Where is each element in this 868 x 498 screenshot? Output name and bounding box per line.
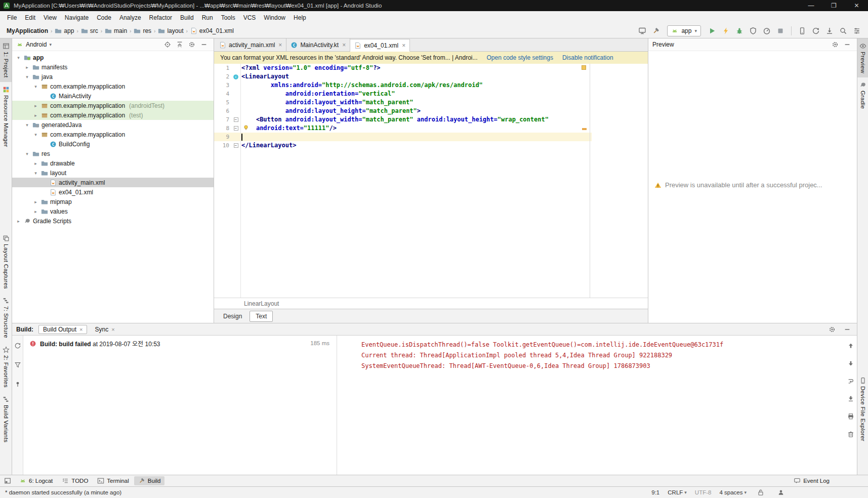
encoding-widget[interactable]: UTF-8 (695, 489, 712, 495)
tree-item-ex04-01-xml[interactable]: ex04_01.xml (12, 187, 214, 197)
tree-item-buildconfig[interactable]: CBuildConfig (12, 139, 214, 149)
menu-edit[interactable]: Edit (21, 13, 39, 23)
code-line-6[interactable]: 6 android:layout_height="match_parent"> (214, 107, 592, 115)
line-separator-widget[interactable]: CRLF▾ (668, 489, 687, 495)
chevron-right-icon[interactable]: ▸ (24, 65, 30, 70)
tree-item-com-example-myapplication[interactable]: ▾com.example.myapplication (12, 81, 214, 91)
chevron-down-icon[interactable]: ▾ (15, 55, 22, 60)
disable-notification-link[interactable]: Disable notification (562, 54, 613, 61)
menu-navigate[interactable]: Navigate (61, 13, 93, 23)
gear-icon[interactable] (830, 39, 841, 50)
build-hammer-icon[interactable] (650, 25, 662, 37)
close-icon[interactable]: × (402, 42, 405, 49)
menu-window[interactable]: Window (260, 13, 290, 23)
tool-button-2-favorites[interactable]: 2: Favorites (0, 342, 12, 392)
tool-button-preview[interactable]: Preview (857, 38, 868, 77)
soft-wrap-icon[interactable] (845, 375, 857, 387)
status-message[interactable]: * daemon started successfully (a minute … (5, 489, 121, 495)
close-icon[interactable]: × (111, 326, 114, 333)
mode-tab-design[interactable]: Design (217, 311, 248, 322)
breadcrumb-main[interactable]: main (103, 26, 129, 35)
project-structure-icon[interactable] (851, 25, 863, 37)
coverage-icon[interactable] (747, 25, 759, 37)
tree-item-mipmap[interactable]: ▸mipmap (12, 197, 214, 206)
clear-icon[interactable] (845, 428, 857, 440)
close-icon[interactable]: × (278, 42, 282, 49)
tool-button-terminal[interactable]: Terminal (93, 476, 133, 485)
tool-button-layout-captures[interactable]: Layout Captures (0, 231, 12, 293)
build-tab-sync[interactable]: Sync× (90, 325, 119, 334)
code-editor[interactable]: 1<?xml version="1.0" encoding="utf-8"?>2… (214, 64, 648, 298)
hector-icon[interactable] (775, 486, 787, 498)
minimize-button[interactable]: — (800, 0, 822, 11)
code-line-3[interactable]: 3 xmlns:android="http://schemas.android.… (214, 81, 592, 90)
menu-view[interactable]: View (39, 13, 61, 23)
breadcrumb-ex04-01-xml[interactable]: ex04_01.xml (189, 26, 235, 35)
code-line-8[interactable]: 8− android:text="11111"/> (214, 124, 592, 133)
collapse-all-icon[interactable] (174, 39, 185, 50)
chevron-down-icon[interactable]: ▾ (24, 74, 30, 79)
layout-inspector-icon[interactable] (636, 25, 648, 37)
code-line-1[interactable]: 1<?xml version="1.0" encoding="utf-8"?> (214, 64, 592, 72)
fold-icon[interactable]: − (234, 126, 238, 131)
fold-icon[interactable]: − (234, 143, 238, 148)
breadcrumb-res[interactable]: res (132, 26, 153, 35)
tree-item-layout[interactable]: ▾layout (12, 168, 214, 178)
tool-window-toggle-icon[interactable] (4, 477, 11, 484)
editor-tab-activity-main-xml[interactable]: activity_main.xml× (215, 38, 286, 51)
tree-item-mainactivity[interactable]: CMainActivity (12, 91, 214, 101)
sdk-manager-icon[interactable] (823, 25, 836, 37)
breadcrumb-app[interactable]: app (53, 26, 75, 35)
tree-item-app[interactable]: ▾app (12, 53, 214, 62)
tool-button-7-structure[interactable]: 7: Structure (0, 293, 12, 342)
chevron-right-icon[interactable]: ▸ (32, 103, 39, 108)
code-line-5[interactable]: 5 android:layout_width="match_parent" (214, 98, 592, 107)
error-stripe-mark[interactable] (582, 65, 586, 70)
chevron-right-icon[interactable]: ▸ (15, 219, 22, 224)
open-code-style-settings-link[interactable]: Open code style settings (486, 54, 553, 61)
build-console[interactable]: EventQueue.isDispatchThread()=false Tool… (337, 336, 845, 475)
menu-analyze[interactable]: Analyze (115, 13, 145, 23)
tree-item-drawable[interactable]: ▸drawable (12, 158, 214, 168)
tree-item-com-example-myapplication-androidtest[interactable]: ▸com.example.myapplication(androidTest) (12, 101, 214, 110)
chevron-down-icon[interactable]: ▾ (24, 122, 30, 128)
tool-button-event-log[interactable]: Event Log (790, 476, 834, 485)
close-button[interactable]: ✕ (845, 0, 868, 11)
code-line-2[interactable]: 2c<LinearLayout (214, 72, 592, 81)
editor-tab-mainactivity-kt[interactable]: CMainActivity.kt× (286, 38, 350, 51)
tree-item-generatedjava[interactable]: ▾generatedJava (12, 120, 214, 130)
hide-icon[interactable] (198, 39, 210, 50)
search-icon[interactable] (837, 25, 849, 37)
avd-manager-icon[interactable] (796, 25, 808, 37)
close-icon[interactable]: × (79, 326, 82, 333)
run-icon[interactable] (706, 25, 718, 37)
bulb-icon[interactable] (243, 124, 249, 131)
chevron-right-icon[interactable]: ▸ (32, 113, 39, 118)
rerun-icon[interactable] (12, 340, 24, 352)
pin-icon[interactable] (12, 378, 24, 390)
menu-build[interactable]: Build (176, 13, 198, 23)
breadcrumb-linearlayout[interactable]: LinearLayout (244, 300, 279, 307)
chevron-down-icon[interactable]: ▾ (24, 151, 30, 156)
tree-item-com-example-myapplication-test[interactable]: ▸com.example.myapplication(test) (12, 110, 214, 120)
tool-button-gradle[interactable]: Gradle (857, 77, 868, 113)
tool-button-resource-manager[interactable]: Resource Manager (0, 82, 12, 151)
tool-button-todo[interactable]: TODO (58, 476, 92, 485)
mode-tab-text[interactable]: Text (250, 311, 273, 322)
run-config-select[interactable]: app▾ (667, 25, 701, 36)
debug-icon[interactable] (733, 25, 746, 37)
chevron-down-icon[interactable]: ▾ (32, 132, 39, 137)
tool-button-1-project[interactable]: 1: Project (0, 38, 12, 82)
menu-help[interactable]: Help (290, 13, 310, 23)
menu-run[interactable]: Run (198, 13, 217, 23)
build-status-row[interactable]: Build: build failed at 2019-08-07 오전 10:… (29, 339, 330, 348)
breadcrumb-myapplication[interactable]: MyApplication (5, 26, 50, 35)
chevron-right-icon[interactable]: ▸ (32, 161, 39, 166)
menu-refactor[interactable]: Refactor (145, 13, 176, 23)
stop-icon[interactable] (774, 25, 787, 37)
breadcrumb-src[interactable]: src (79, 26, 100, 35)
gear-icon[interactable] (186, 39, 197, 50)
apply-changes-icon[interactable] (720, 25, 732, 37)
code-line-7[interactable]: 7− <Button android:layout_width="match_p… (214, 115, 592, 124)
tree-item-values[interactable]: ▸values (12, 206, 214, 216)
